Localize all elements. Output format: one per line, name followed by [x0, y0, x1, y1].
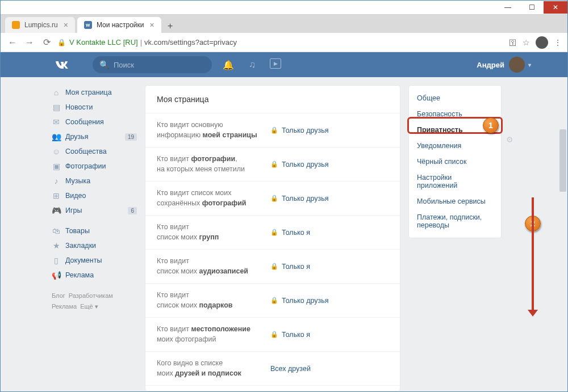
nav-friends[interactable]: 👥Друзья19	[52, 129, 137, 144]
setting-value[interactable]: 🔒Только я	[270, 331, 310, 339]
setting-row[interactable]: Кто видит фотографии,на которых меня отм…	[145, 147, 400, 181]
vk-logo-icon[interactable]	[53, 57, 69, 73]
setting-value[interactable]: 🔒Только друзья	[270, 127, 329, 134]
browser-tab-lumpics[interactable]: Lumpics.ru ×	[5, 17, 75, 33]
key-icon[interactable]: ⚿	[509, 38, 517, 47]
favicon-icon	[12, 21, 20, 29]
lock-icon: 🔒	[270, 195, 278, 202]
setting-row[interactable]: Кто видитсписок моих аудиозаписей🔒Только…	[145, 249, 400, 283]
menu-apps[interactable]: Настройки приложений	[409, 170, 501, 193]
docs-icon: ▯	[52, 256, 61, 265]
play-icon[interactable]: ▶	[270, 58, 281, 69]
setting-label: Кто видитсписок моих подарков	[157, 290, 270, 310]
tab-title: Мои настройки	[97, 21, 144, 29]
search-icon: 🔍	[99, 60, 109, 69]
setting-label: Кто видитсписок моих аудиозаписей	[157, 256, 270, 276]
photos-icon: ▣	[52, 162, 61, 171]
video-icon: ⊞	[52, 191, 61, 200]
setting-label: Кто видитсписок моих групп	[157, 222, 270, 242]
setting-value[interactable]: 🔒Только я	[270, 263, 310, 271]
menu-mobile[interactable]: Мобильные сервисы	[409, 193, 501, 209]
market-icon: 🛍	[52, 226, 61, 235]
arrow-down-icon	[532, 197, 534, 311]
notifications-icon[interactable]: 🔔	[222, 58, 235, 71]
lock-icon: 🔒	[270, 161, 278, 168]
setting-row[interactable]: Кто видит список моихсохранённых фотогра…	[145, 181, 400, 215]
close-icon[interactable]: ×	[150, 20, 154, 29]
callout-1: 1	[483, 117, 499, 133]
back-button[interactable]: ←	[6, 36, 19, 49]
nav-video[interactable]: ⊞Видео	[52, 188, 137, 203]
news-icon: ▤	[52, 103, 61, 112]
favicon-icon: w	[84, 21, 92, 29]
setting-label: Кого видно в спискемоих друзей и подписо…	[157, 359, 270, 378]
url-input[interactable]: 🔒 V Kontakte LLC [RU] | vk.com/settings?…	[57, 38, 504, 47]
vk-header: 🔍 Поиск 🔔 ♫ ▶ Андрей ▾	[1, 52, 567, 77]
nav-groups[interactable]: ☺Сообщества	[52, 144, 137, 159]
lock-icon: 🔒	[270, 263, 278, 270]
menu-icon[interactable]: ⋮	[554, 38, 562, 47]
url-org: V Kontakte LLC [RU]	[69, 38, 138, 47]
setting-row[interactable]: Кто видитмоих скрытых друзей🔒Только я	[145, 385, 400, 391]
lock-icon: 🔒	[270, 229, 278, 236]
nav-footer: БлогРазработчикам РекламаЕщё ▾	[52, 290, 137, 311]
nav-games[interactable]: 🎮Игры6	[52, 203, 137, 218]
lock-icon: 🔒	[270, 127, 278, 134]
left-nav: ⌂Моя страница ▤Новости ✉Сообщения 👥Друзь…	[52, 85, 137, 391]
gear-icon[interactable]: ⚙	[506, 135, 513, 144]
url-path: vk.com/settings?act=privacy	[144, 38, 237, 47]
games-icon: 🎮	[52, 206, 61, 215]
setting-row[interactable]: Кого видно в спискемоих друзей и подписо…	[145, 351, 400, 385]
nav-my-page[interactable]: ⌂Моя страница	[52, 85, 137, 100]
panel-title: Моя страница	[145, 86, 400, 113]
nav-music[interactable]: ♪Музыка	[52, 174, 137, 188]
nav-market[interactable]: 🛍Товары	[52, 224, 137, 238]
tab-strip: Lumpics.ru × w Мои настройки × +	[1, 15, 567, 33]
lock-icon: 🔒	[270, 297, 278, 304]
setting-row[interactable]: Кто видит местоположениемоих фотографий🔒…	[145, 317, 400, 351]
nav-news[interactable]: ▤Новости	[52, 100, 137, 115]
close-icon[interactable]: ×	[64, 20, 68, 29]
user-menu[interactable]: Андрей ▾	[477, 57, 531, 73]
nav-bookmarks[interactable]: ★Закладки	[52, 238, 137, 253]
search-input[interactable]: 🔍 Поиск	[93, 56, 212, 73]
menu-payments[interactable]: Платежи, подписки, переводы	[409, 209, 501, 233]
setting-value[interactable]: 🔒Только друзья	[270, 195, 329, 203]
minimize-button[interactable]: —	[496, 1, 520, 14]
nav-ads[interactable]: 📢Реклама	[52, 268, 137, 283]
setting-value[interactable]: 🔒Только я	[270, 229, 310, 237]
setting-value[interactable]: 🔒Только друзья	[270, 161, 329, 168]
friends-icon: 👥	[52, 132, 61, 141]
bookmarks-icon: ★	[52, 241, 61, 250]
music-nav-icon: ♪	[52, 176, 61, 186]
profile-avatar[interactable]	[536, 36, 548, 49]
new-tab-button[interactable]: +	[164, 19, 177, 33]
reload-button[interactable]: ⟳	[40, 36, 53, 49]
nav-photos[interactable]: ▣Фотографии	[52, 159, 137, 174]
setting-label: Кто видит фотографии,на которых меня отм…	[157, 154, 270, 174]
setting-label: Кто видит список моихсохранённых фотогра…	[157, 188, 270, 208]
menu-general[interactable]: Общее	[409, 90, 501, 106]
setting-value[interactable]: 🔒Только друзья	[270, 297, 329, 305]
menu-blacklist[interactable]: Чёрный список	[409, 154, 501, 170]
nav-docs[interactable]: ▯Документы	[52, 253, 137, 268]
setting-row[interactable]: Кто видит основнуюинформацию моей страни…	[145, 113, 400, 147]
nav-messages[interactable]: ✉Сообщения	[52, 115, 137, 129]
settings-panel: Моя страница Кто видит основнуюинформаци…	[145, 85, 400, 391]
ads-icon: 📢	[52, 271, 61, 280]
scrollbar[interactable]	[559, 129, 566, 391]
star-icon[interactable]: ☆	[523, 38, 530, 47]
search-placeholder: Поиск	[114, 61, 134, 69]
maximize-button[interactable]: ☐	[520, 1, 544, 14]
address-bar: ← → ⟳ 🔒 V Kontakte LLC [RU] | vk.com/set…	[1, 33, 567, 52]
setting-value[interactable]: Всех друзей	[270, 365, 311, 373]
setting-row[interactable]: Кто видитсписок моих групп🔒Только я	[145, 215, 400, 249]
close-button[interactable]: ✕	[544, 1, 567, 14]
menu-notifications[interactable]: Уведомления	[409, 138, 501, 154]
setting-row[interactable]: Кто видитсписок моих подарков🔒Только дру…	[145, 283, 400, 317]
chevron-down-icon: ▾	[528, 62, 531, 68]
music-icon[interactable]: ♫	[246, 58, 258, 71]
forward-button[interactable]: →	[23, 36, 36, 49]
setting-label: Кто видит местоположениемоих фотографий	[157, 324, 270, 344]
browser-tab-vk[interactable]: w Мои настройки ×	[77, 17, 161, 33]
